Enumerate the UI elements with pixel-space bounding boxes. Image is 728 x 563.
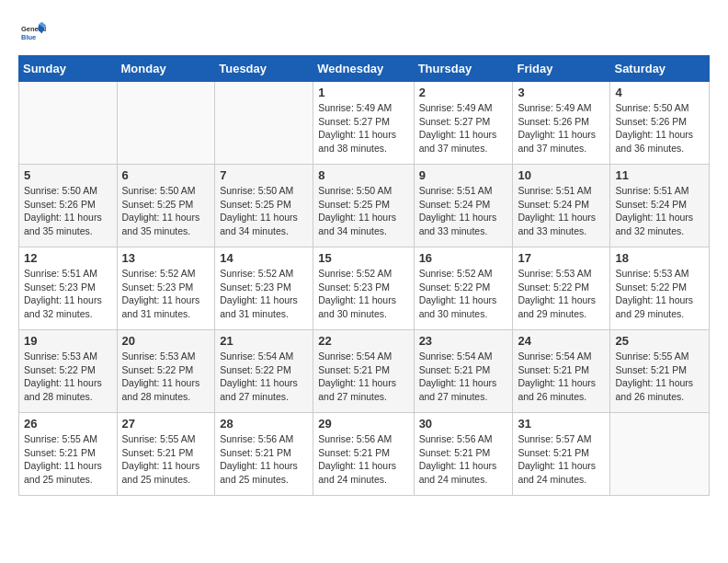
day-number: 24 <box>518 334 605 348</box>
day-info: Sunrise: 5:55 AMSunset: 5:21 PMDaylight:… <box>122 432 210 487</box>
day-number: 1 <box>318 86 408 99</box>
calendar-cell <box>117 82 215 165</box>
calendar-cell: 3Sunrise: 5:49 AMSunset: 5:26 PMDaylight… <box>513 82 610 165</box>
calendar-cell: 20Sunrise: 5:53 AMSunset: 5:22 PMDayligh… <box>117 330 215 413</box>
day-info: Sunrise: 5:51 AMSunset: 5:23 PMDaylight:… <box>24 267 112 321</box>
day-number: 30 <box>419 417 508 431</box>
calendar-cell <box>19 82 118 165</box>
header-thursday: Thursday <box>414 56 513 82</box>
calendar-cell: 4Sunrise: 5:50 AMSunset: 5:26 PMDaylight… <box>610 82 710 165</box>
calendar-cell: 16Sunrise: 5:52 AMSunset: 5:22 PMDayligh… <box>414 247 513 330</box>
calendar-cell: 23Sunrise: 5:54 AMSunset: 5:21 PMDayligh… <box>414 330 513 413</box>
calendar-cell: 28Sunrise: 5:56 AMSunset: 5:21 PMDayligh… <box>215 413 313 496</box>
day-number: 20 <box>122 334 210 348</box>
day-info: Sunrise: 5:50 AMSunset: 5:26 PMDaylight:… <box>615 101 704 155</box>
day-number: 10 <box>518 168 605 182</box>
day-number: 15 <box>318 251 408 265</box>
calendar-cell: 26Sunrise: 5:55 AMSunset: 5:21 PMDayligh… <box>19 413 118 496</box>
day-info: Sunrise: 5:53 AMSunset: 5:22 PMDaylight:… <box>518 267 605 321</box>
calendar-cell: 22Sunrise: 5:54 AMSunset: 5:21 PMDayligh… <box>313 330 414 413</box>
calendar-cell: 12Sunrise: 5:51 AMSunset: 5:23 PMDayligh… <box>19 247 118 330</box>
day-number: 18 <box>615 251 704 265</box>
day-info: Sunrise: 5:51 AMSunset: 5:24 PMDaylight:… <box>518 184 605 238</box>
day-number: 14 <box>220 251 308 265</box>
day-info: Sunrise: 5:54 AMSunset: 5:22 PMDaylight:… <box>220 350 308 404</box>
day-info: Sunrise: 5:53 AMSunset: 5:22 PMDaylight:… <box>615 267 704 321</box>
calendar-cell: 7Sunrise: 5:50 AMSunset: 5:25 PMDaylight… <box>215 165 313 247</box>
day-number: 11 <box>615 168 704 182</box>
header: General Blue <box>18 18 710 46</box>
header-wednesday: Wednesday <box>313 56 414 82</box>
header-tuesday: Tuesday <box>215 56 313 82</box>
header-friday: Friday <box>513 56 610 82</box>
calendar-cell: 31Sunrise: 5:57 AMSunset: 5:21 PMDayligh… <box>513 413 610 496</box>
calendar-cell: 27Sunrise: 5:55 AMSunset: 5:21 PMDayligh… <box>117 413 215 496</box>
calendar-cell: 25Sunrise: 5:55 AMSunset: 5:21 PMDayligh… <box>610 330 710 413</box>
day-info: Sunrise: 5:56 AMSunset: 5:21 PMDaylight:… <box>419 432 508 487</box>
day-number: 13 <box>122 251 210 265</box>
day-info: Sunrise: 5:56 AMSunset: 5:21 PMDaylight:… <box>220 432 308 487</box>
header-monday: Monday <box>117 56 215 82</box>
day-info: Sunrise: 5:51 AMSunset: 5:24 PMDaylight:… <box>615 184 704 238</box>
calendar-cell: 21Sunrise: 5:54 AMSunset: 5:22 PMDayligh… <box>215 330 313 413</box>
calendar-cell: 8Sunrise: 5:50 AMSunset: 5:25 PMDaylight… <box>313 165 414 247</box>
calendar-cell: 17Sunrise: 5:53 AMSunset: 5:22 PMDayligh… <box>513 247 610 330</box>
day-info: Sunrise: 5:49 AMSunset: 5:27 PMDaylight:… <box>318 101 408 155</box>
logo-icon: General Blue <box>18 18 46 46</box>
calendar-week-2: 5Sunrise: 5:50 AMSunset: 5:26 PMDaylight… <box>19 165 710 247</box>
day-number: 7 <box>220 168 308 182</box>
calendar-cell: 5Sunrise: 5:50 AMSunset: 5:26 PMDaylight… <box>19 165 118 247</box>
calendar-cell: 13Sunrise: 5:52 AMSunset: 5:23 PMDayligh… <box>117 247 215 330</box>
day-info: Sunrise: 5:49 AMSunset: 5:26 PMDaylight:… <box>518 101 605 155</box>
calendar-cell: 24Sunrise: 5:54 AMSunset: 5:21 PMDayligh… <box>513 330 610 413</box>
day-number: 6 <box>122 168 210 182</box>
calendar-cell: 29Sunrise: 5:56 AMSunset: 5:21 PMDayligh… <box>313 413 414 496</box>
day-number: 23 <box>419 334 508 348</box>
day-info: Sunrise: 5:52 AMSunset: 5:23 PMDaylight:… <box>122 267 210 321</box>
day-info: Sunrise: 5:55 AMSunset: 5:21 PMDaylight:… <box>24 432 112 487</box>
day-number: 3 <box>518 86 605 99</box>
day-number: 22 <box>318 334 408 348</box>
day-info: Sunrise: 5:51 AMSunset: 5:24 PMDaylight:… <box>419 184 508 238</box>
header-saturday: Saturday <box>610 56 710 82</box>
day-info: Sunrise: 5:52 AMSunset: 5:23 PMDaylight:… <box>318 267 408 321</box>
calendar-cell: 10Sunrise: 5:51 AMSunset: 5:24 PMDayligh… <box>513 165 610 247</box>
day-info: Sunrise: 5:53 AMSunset: 5:22 PMDaylight:… <box>122 350 210 404</box>
day-info: Sunrise: 5:55 AMSunset: 5:21 PMDaylight:… <box>615 350 704 404</box>
header-sunday: Sunday <box>19 56 118 82</box>
day-number: 8 <box>318 168 408 182</box>
calendar-week-1: 1Sunrise: 5:49 AMSunset: 5:27 PMDaylight… <box>19 82 710 165</box>
calendar: SundayMondayTuesdayWednesdayThursdayFrid… <box>18 55 710 496</box>
calendar-cell: 30Sunrise: 5:56 AMSunset: 5:21 PMDayligh… <box>414 413 513 496</box>
day-info: Sunrise: 5:57 AMSunset: 5:21 PMDaylight:… <box>518 432 605 487</box>
day-number: 19 <box>24 334 112 348</box>
day-info: Sunrise: 5:54 AMSunset: 5:21 PMDaylight:… <box>318 350 408 404</box>
logo: General Blue <box>18 18 50 46</box>
day-info: Sunrise: 5:52 AMSunset: 5:22 PMDaylight:… <box>419 267 508 321</box>
day-number: 31 <box>518 417 605 431</box>
day-info: Sunrise: 5:50 AMSunset: 5:25 PMDaylight:… <box>318 184 408 238</box>
calendar-week-5: 26Sunrise: 5:55 AMSunset: 5:21 PMDayligh… <box>19 413 710 496</box>
svg-text:Blue: Blue <box>21 33 36 41</box>
day-info: Sunrise: 5:54 AMSunset: 5:21 PMDaylight:… <box>419 350 508 404</box>
calendar-cell: 2Sunrise: 5:49 AMSunset: 5:27 PMDaylight… <box>414 82 513 165</box>
day-number: 21 <box>220 334 308 348</box>
calendar-cell: 11Sunrise: 5:51 AMSunset: 5:24 PMDayligh… <box>610 165 710 247</box>
day-number: 2 <box>419 86 508 99</box>
calendar-week-3: 12Sunrise: 5:51 AMSunset: 5:23 PMDayligh… <box>19 247 710 330</box>
day-number: 26 <box>24 417 112 431</box>
calendar-cell: 18Sunrise: 5:53 AMSunset: 5:22 PMDayligh… <box>610 247 710 330</box>
calendar-cell <box>610 413 710 496</box>
calendar-week-4: 19Sunrise: 5:53 AMSunset: 5:22 PMDayligh… <box>19 330 710 413</box>
calendar-cell: 15Sunrise: 5:52 AMSunset: 5:23 PMDayligh… <box>313 247 414 330</box>
calendar-cell: 14Sunrise: 5:52 AMSunset: 5:23 PMDayligh… <box>215 247 313 330</box>
day-info: Sunrise: 5:50 AMSunset: 5:25 PMDaylight:… <box>220 184 308 238</box>
day-info: Sunrise: 5:54 AMSunset: 5:21 PMDaylight:… <box>518 350 605 404</box>
day-info: Sunrise: 5:50 AMSunset: 5:26 PMDaylight:… <box>24 184 112 238</box>
day-number: 25 <box>615 334 704 348</box>
day-number: 29 <box>318 417 408 431</box>
day-info: Sunrise: 5:50 AMSunset: 5:25 PMDaylight:… <box>122 184 210 238</box>
day-number: 16 <box>419 251 508 265</box>
calendar-cell <box>215 82 313 165</box>
day-info: Sunrise: 5:52 AMSunset: 5:23 PMDaylight:… <box>220 267 308 321</box>
